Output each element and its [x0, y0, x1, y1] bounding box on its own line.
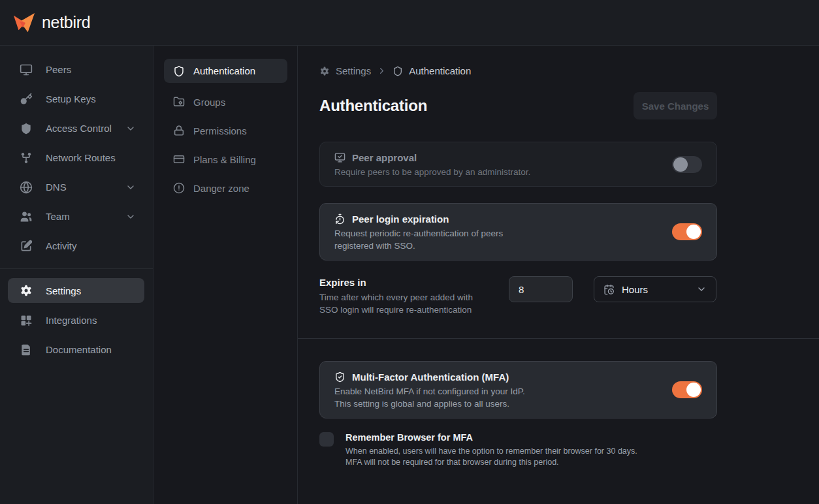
- sidebar-item-team[interactable]: Team: [0, 202, 153, 231]
- gear-icon: [20, 284, 33, 297]
- sidebar-item-label: DNS: [46, 181, 67, 193]
- monitor-icon: [20, 63, 33, 76]
- chevron-down-icon: [696, 284, 707, 294]
- sidebar-item-label: Peers: [46, 64, 71, 75]
- sidebar-item-label: Access Control: [46, 123, 112, 134]
- settings-sidebar: Authentication Groups Permissions Plans …: [153, 46, 298, 504]
- sidebar-item-label: Documentation: [46, 344, 112, 355]
- settings-nav-danger-zone[interactable]: Danger zone: [153, 174, 297, 202]
- breadcrumb-settings-link[interactable]: Settings: [336, 65, 371, 76]
- mfa-description-line1: Enable NetBird MFA if not configured in …: [334, 386, 525, 396]
- shield-outline-icon: [393, 66, 403, 76]
- sidebar-item-dns[interactable]: DNS: [0, 172, 153, 202]
- sidebar-item-activity[interactable]: Activity: [0, 231, 153, 260]
- sidebar-item-label: Team: [46, 211, 70, 222]
- peer-login-expiration-toggle[interactable]: [672, 223, 702, 240]
- primary-sidebar: Peers Setup Keys Access Control Network …: [0, 46, 153, 504]
- document-icon: [20, 343, 33, 356]
- globe-icon: [20, 181, 33, 194]
- sidebar-item-peers[interactable]: Peers: [0, 55, 153, 84]
- peer-approval-toggle[interactable]: [672, 156, 702, 173]
- settings-nav-authentication[interactable]: Authentication: [164, 59, 287, 83]
- note-pencil-icon: [20, 240, 33, 253]
- remember-browser-description-line2: MFA will not be required for that browse…: [345, 458, 559, 467]
- sidebar-item-label: Setup Keys: [46, 93, 96, 104]
- calendar-clock-icon: [603, 284, 615, 295]
- peer-login-expiration-description: Request periodic re-authentication of pe…: [334, 227, 530, 252]
- toggle-knob: [686, 383, 701, 397]
- sidebar-item-access-control[interactable]: Access Control: [0, 114, 153, 143]
- mfa-toggle[interactable]: [672, 381, 702, 398]
- expires-in-row: Expires in Time after which every peer a…: [319, 276, 717, 316]
- breadcrumb: Settings Authentication: [319, 65, 717, 76]
- shield-outline-icon: [173, 65, 185, 77]
- lock-icon: [173, 125, 185, 136]
- sidebar-item-label: Integrations: [46, 315, 97, 326]
- peer-login-expiration-title: Peer login expiration: [352, 213, 449, 225]
- mfa-card: Multi-Factor Authentication (MFA) Enable…: [319, 361, 717, 418]
- blocks-plus-icon: [20, 314, 33, 327]
- settings-nav-plans-billing[interactable]: Plans & Billing: [153, 145, 297, 174]
- toggle-knob: [686, 225, 701, 239]
- peer-login-expiration-card: Peer login expiration Request periodic r…: [319, 203, 717, 260]
- chevron-down-icon[interactable]: [125, 212, 136, 222]
- main-content: Settings Authentication Authentication S…: [298, 46, 819, 504]
- chevron-down-icon[interactable]: [125, 123, 136, 134]
- network-fork-icon: [20, 151, 33, 165]
- shield-icon: [20, 122, 33, 135]
- alert-circle-icon: [173, 182, 185, 194]
- settings-nav-groups[interactable]: Groups: [153, 87, 297, 116]
- section-divider: [298, 338, 819, 339]
- sidebar-item-label: Network Routes: [46, 152, 116, 163]
- app-window: netbird Peers Setup Keys Access Control …: [0, 0, 819, 504]
- remember-browser-checkbox[interactable]: [319, 432, 334, 447]
- chevron-down-icon[interactable]: [125, 182, 136, 193]
- remember-browser-row: Remember Browser for MFA When enabled, u…: [319, 432, 717, 467]
- remember-browser-title: Remember Browser for MFA: [345, 432, 637, 444]
- peer-approval-card: Peer approval Require peers to be approv…: [319, 142, 717, 187]
- expires-in-unit-select[interactable]: Hours: [594, 276, 716, 302]
- page-title: Authentication: [319, 97, 427, 115]
- sidebar-divider: [0, 268, 153, 269]
- breadcrumb-authentication-link[interactable]: Authentication: [409, 65, 471, 76]
- peer-approval-description: Require peers to be approved by an admin…: [334, 166, 530, 178]
- save-changes-button[interactable]: Save Changes: [634, 92, 717, 119]
- mfa-description-line2: This setting is global and applies to al…: [334, 399, 509, 409]
- sidebar-item-setup-keys[interactable]: Setup Keys: [0, 84, 153, 114]
- settings-nav-permissions[interactable]: Permissions: [153, 116, 297, 145]
- shield-check-icon: [334, 371, 345, 383]
- monitor-check-icon: [334, 152, 345, 163]
- toggle-knob: [673, 157, 688, 172]
- sidebar-item-label: Settings: [46, 285, 81, 296]
- timer-reset-icon: [334, 213, 345, 225]
- netbird-brand[interactable]: netbird: [12, 12, 90, 34]
- sidebar-item-settings[interactable]: Settings: [8, 278, 144, 303]
- sidebar-item-network-routes[interactable]: Network Routes: [0, 143, 153, 172]
- sidebar-item-integrations[interactable]: Integrations: [0, 306, 153, 335]
- users-icon: [20, 210, 33, 223]
- mfa-title: Multi-Factor Authentication (MFA): [352, 371, 509, 383]
- sidebar-item-label: Activity: [46, 240, 77, 251]
- remember-browser-description-line1: When enabled, users will have the option…: [345, 447, 637, 456]
- expires-in-value-input[interactable]: [509, 276, 573, 302]
- top-bar: netbird: [0, 0, 819, 46]
- credit-card-icon: [173, 153, 185, 165]
- settings-nav-label: Permissions: [193, 125, 247, 136]
- gear-icon: [319, 66, 330, 76]
- settings-nav-label: Danger zone: [193, 183, 249, 194]
- chevron-right-icon: [377, 66, 387, 76]
- folder-cog-icon: [173, 96, 185, 108]
- settings-nav-label: Authentication: [193, 65, 255, 76]
- netbird-logo-icon: [12, 12, 37, 34]
- sidebar-item-documentation[interactable]: Documentation: [0, 335, 153, 364]
- key-icon: [20, 93, 33, 106]
- brand-name: netbird: [42, 13, 90, 32]
- expires-in-label: Expires in: [319, 276, 509, 289]
- settings-nav-label: Plans & Billing: [193, 154, 256, 165]
- expires-in-unit-value: Hours: [622, 284, 648, 295]
- settings-nav-label: Groups: [193, 97, 225, 108]
- peer-approval-title: Peer approval: [352, 152, 417, 163]
- expires-in-description: Time after which every peer added with S…: [319, 291, 492, 316]
